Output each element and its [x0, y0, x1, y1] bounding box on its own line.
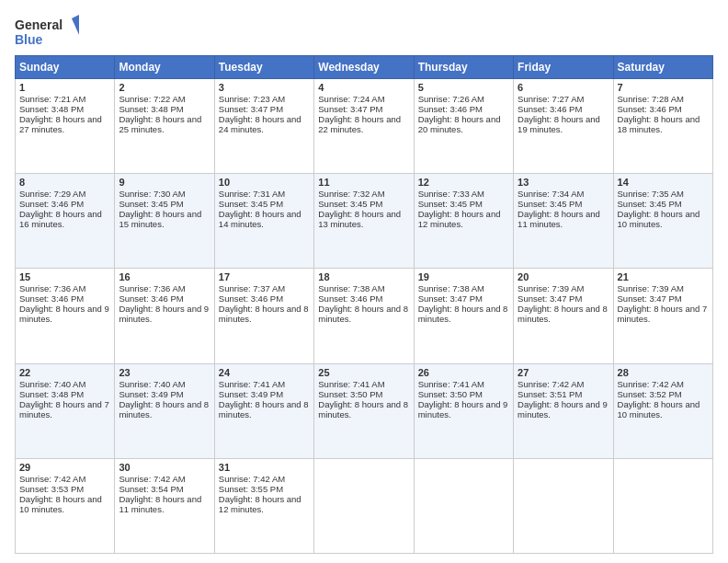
day-number: 4	[318, 82, 409, 93]
sunrise-text: Sunrise: 7:42 AM	[618, 379, 684, 389]
sunset-text: Sunset: 3:46 PM	[418, 104, 483, 114]
daylight-text: Daylight: 8 hours and 24 minutes.	[219, 114, 301, 134]
sunset-text: Sunset: 3:52 PM	[618, 389, 682, 399]
sunrise-text: Sunrise: 7:38 AM	[418, 283, 484, 293]
day-cell-20: 20Sunrise: 7:39 AMSunset: 3:47 PMDayligh…	[514, 269, 613, 363]
svg-marker-2	[72, 15, 79, 35]
sunset-text: Sunset: 3:45 PM	[618, 199, 682, 209]
daylight-text: Daylight: 8 hours and 12 minutes.	[219, 494, 301, 514]
sunset-text: Sunset: 3:46 PM	[618, 104, 682, 114]
daylight-text: Daylight: 8 hours and 22 minutes.	[318, 114, 401, 134]
week-row-5: 29Sunrise: 7:42 AMSunset: 3:53 PMDayligh…	[16, 458, 713, 553]
sunset-text: Sunset: 3:47 PM	[518, 293, 582, 304]
sunset-text: Sunset: 3:47 PM	[618, 293, 682, 304]
daylight-text: Daylight: 8 hours and 19 minutes.	[518, 114, 600, 134]
day-number: 30	[119, 462, 210, 473]
day-number: 23	[119, 367, 210, 378]
day-cell-29: 29Sunrise: 7:42 AMSunset: 3:53 PMDayligh…	[16, 458, 115, 553]
daylight-text: Daylight: 8 hours and 10 minutes.	[19, 494, 102, 514]
day-cell-21: 21Sunrise: 7:39 AMSunset: 3:47 PMDayligh…	[613, 269, 712, 363]
empty-cell	[314, 458, 414, 553]
day-cell-13: 13Sunrise: 7:34 AMSunset: 3:45 PMDayligh…	[514, 174, 613, 269]
day-cell-27: 27Sunrise: 7:42 AMSunset: 3:51 PMDayligh…	[514, 363, 613, 458]
sunrise-text: Sunrise: 7:41 AM	[418, 379, 484, 389]
daylight-text: Daylight: 8 hours and 8 minutes.	[219, 304, 309, 324]
day-number: 29	[19, 462, 110, 473]
day-cell-19: 19Sunrise: 7:38 AMSunset: 3:47 PMDayligh…	[414, 269, 513, 363]
sunrise-text: Sunrise: 7:42 AM	[518, 379, 584, 389]
sunrise-text: Sunrise: 7:42 AM	[219, 474, 285, 484]
day-cell-14: 14Sunrise: 7:35 AMSunset: 3:45 PMDayligh…	[613, 174, 712, 269]
sunset-text: Sunset: 3:48 PM	[119, 104, 183, 114]
sunrise-text: Sunrise: 7:30 AM	[119, 189, 185, 199]
day-cell-5: 5Sunrise: 7:26 AMSunset: 3:46 PMDaylight…	[414, 79, 513, 174]
day-number: 24	[219, 367, 310, 378]
daylight-text: Daylight: 8 hours and 9 minutes.	[418, 399, 508, 419]
sunset-text: Sunset: 3:51 PM	[518, 389, 582, 399]
sunset-text: Sunset: 3:47 PM	[219, 104, 283, 114]
daylight-text: Daylight: 8 hours and 9 minutes.	[119, 304, 209, 324]
sunrise-text: Sunrise: 7:39 AM	[518, 283, 584, 293]
sunrise-text: Sunrise: 7:32 AM	[318, 189, 384, 199]
day-cell-28: 28Sunrise: 7:42 AMSunset: 3:52 PMDayligh…	[613, 363, 712, 458]
sunrise-text: Sunrise: 7:42 AM	[119, 474, 185, 484]
sunrise-text: Sunrise: 7:38 AM	[318, 283, 384, 293]
empty-cell	[613, 458, 712, 553]
daylight-text: Daylight: 8 hours and 9 minutes.	[518, 399, 608, 419]
day-number: 15	[19, 271, 110, 282]
daylight-text: Daylight: 8 hours and 8 minutes.	[318, 399, 408, 419]
sunset-text: Sunset: 3:55 PM	[219, 484, 283, 494]
daylight-text: Daylight: 8 hours and 13 minutes.	[318, 209, 401, 229]
sunset-text: Sunset: 3:45 PM	[418, 199, 483, 209]
daylight-text: Daylight: 8 hours and 25 minutes.	[119, 114, 201, 134]
sunrise-text: Sunrise: 7:40 AM	[19, 379, 85, 389]
daylight-text: Daylight: 8 hours and 9 minutes.	[19, 304, 109, 324]
day-number: 3	[219, 82, 310, 93]
day-number: 1	[19, 82, 110, 93]
day-number: 17	[219, 271, 310, 282]
daylight-text: Daylight: 8 hours and 7 minutes.	[19, 399, 109, 419]
sunset-text: Sunset: 3:46 PM	[219, 293, 283, 304]
sunset-text: Sunset: 3:47 PM	[318, 104, 382, 114]
sunrise-text: Sunrise: 7:34 AM	[518, 189, 584, 199]
sunrise-text: Sunrise: 7:41 AM	[219, 379, 285, 389]
day-number: 16	[119, 271, 210, 282]
day-number: 5	[418, 82, 509, 93]
day-cell-8: 8Sunrise: 7:29 AMSunset: 3:46 PMDaylight…	[16, 174, 115, 269]
sunrise-text: Sunrise: 7:26 AM	[418, 94, 484, 104]
daylight-text: Daylight: 8 hours and 8 minutes.	[119, 399, 209, 419]
day-cell-6: 6Sunrise: 7:27 AMSunset: 3:46 PMDaylight…	[514, 79, 613, 174]
week-row-4: 22Sunrise: 7:40 AMSunset: 3:48 PMDayligh…	[16, 363, 713, 458]
sunrise-text: Sunrise: 7:29 AM	[19, 189, 85, 199]
day-number: 11	[318, 177, 409, 188]
day-cell-10: 10Sunrise: 7:31 AMSunset: 3:45 PMDayligh…	[214, 174, 313, 269]
sunset-text: Sunset: 3:46 PM	[19, 293, 84, 304]
day-cell-25: 25Sunrise: 7:41 AMSunset: 3:50 PMDayligh…	[314, 363, 414, 458]
sunrise-text: Sunrise: 7:39 AM	[618, 283, 684, 293]
sunset-text: Sunset: 3:50 PM	[318, 389, 382, 399]
day-number: 8	[19, 177, 110, 188]
svg-text:General: General	[15, 17, 63, 32]
header: General Blue	[15, 11, 713, 50]
sunset-text: Sunset: 3:47 PM	[418, 293, 483, 304]
sunset-text: Sunset: 3:46 PM	[119, 293, 183, 304]
sunrise-text: Sunrise: 7:33 AM	[418, 189, 484, 199]
sunrise-text: Sunrise: 7:24 AM	[318, 94, 384, 104]
daylight-text: Daylight: 8 hours and 11 minutes.	[119, 494, 201, 514]
day-number: 26	[418, 367, 509, 378]
page: General Blue SundayMondayTuesdayWednesda…	[0, 0, 728, 563]
calendar-table: SundayMondayTuesdayWednesdayThursdayFrid…	[15, 55, 713, 554]
sunrise-text: Sunrise: 7:37 AM	[219, 283, 285, 293]
sunrise-text: Sunrise: 7:27 AM	[518, 94, 584, 104]
day-cell-26: 26Sunrise: 7:41 AMSunset: 3:50 PMDayligh…	[414, 363, 513, 458]
day-cell-2: 2Sunrise: 7:22 AMSunset: 3:48 PMDaylight…	[115, 79, 214, 174]
daylight-text: Daylight: 8 hours and 12 minutes.	[418, 209, 501, 229]
daylight-text: Daylight: 8 hours and 18 minutes.	[618, 114, 700, 134]
day-number: 9	[119, 177, 210, 188]
day-number: 13	[518, 177, 609, 188]
day-number: 31	[219, 462, 310, 473]
sunset-text: Sunset: 3:48 PM	[19, 389, 84, 399]
day-number: 18	[318, 271, 409, 282]
logo-svg: General Blue	[15, 15, 79, 50]
daylight-text: Daylight: 8 hours and 8 minutes.	[418, 304, 508, 324]
